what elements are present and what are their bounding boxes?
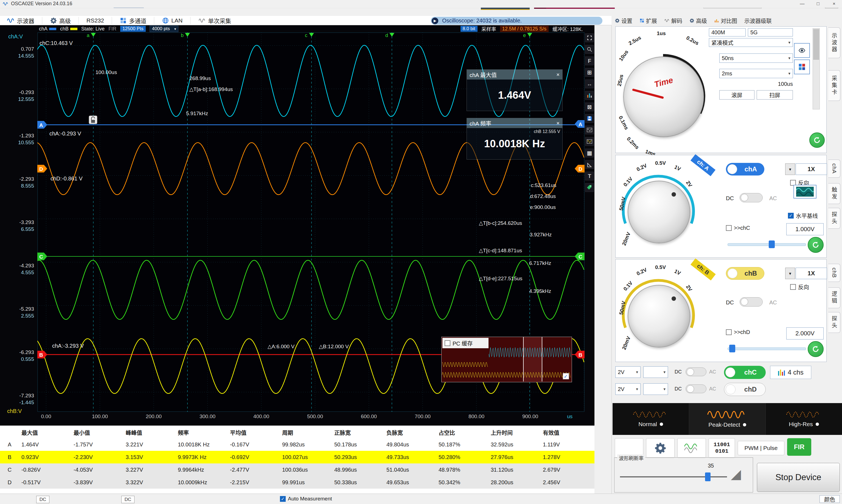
toolbar-rs232[interactable]: RS232: [84, 17, 106, 24]
refresh-slider-handle[interactable]: [705, 472, 710, 481]
chA-reset-button[interactable]: [808, 237, 824, 253]
acq-mode-normal[interactable]: Normal: [613, 403, 689, 435]
display-visibility-button[interactable]: [794, 43, 810, 58]
pc-cache-checkbox[interactable]: PC 缓存: [442, 338, 488, 348]
chA-link-chC-checkbox[interactable]: >>chC: [726, 225, 750, 231]
side-tab-probe-a[interactable]: 探头: [828, 208, 840, 229]
table-row-D[interactable]: D-0.517V-3.839V3.322V10.0009kHz-2.215V99…: [0, 476, 595, 489]
chA-enable-toggle[interactable]: chA: [726, 163, 764, 176]
chC-coupling-switch[interactable]: [686, 367, 706, 376]
chB-reset-button[interactable]: [808, 341, 824, 357]
chA-level-field[interactable]: 1.000V: [786, 223, 824, 235]
scroll-mode-button[interactable]: 滚屏: [719, 90, 754, 100]
chA-color-swatch-button[interactable]: [793, 185, 817, 199]
time-scrollbar[interactable]: [813, 28, 820, 109]
grid-close-tool-button[interactable]: ⊠: [585, 103, 594, 111]
toolbar-single-acquisition[interactable]: 单次采集: [196, 16, 233, 25]
chA-coupling-indicator[interactable]: DC: [36, 496, 49, 503]
sweep-mode-button[interactable]: 扫屏: [757, 90, 793, 100]
chA-legend[interactable]: chA: [39, 26, 56, 32]
measurement-overlay-max[interactable]: chA 最大值× 1.464V: [467, 69, 563, 111]
toolbar-multichannel[interactable]: 多通道: [118, 16, 149, 25]
ruler-tool-button[interactable]: ◺: [585, 160, 594, 169]
settings-tool-button[interactable]: [646, 438, 675, 458]
slider-handle[interactable]: [769, 240, 775, 248]
tag-tool-button[interactable]: [585, 183, 594, 192]
close-icon[interactable]: ×: [556, 72, 560, 78]
chA-baseline-checkbox[interactable]: 水平基线: [788, 212, 818, 220]
toolbar-lan[interactable]: LAN: [160, 17, 185, 24]
scrollbar-thumb[interactable]: [813, 29, 819, 60]
tab-extension[interactable]: 扩展: [639, 17, 657, 25]
table-row-A[interactable]: A1.464V-1.757V3.221V10.0018K Hz-0.167V99…: [0, 438, 595, 451]
points-select[interactable]: 4000 pts▾: [150, 25, 179, 32]
chB-level-field[interactable]: 2.000V: [786, 327, 824, 340]
chB-coupling-switch[interactable]: [740, 297, 763, 307]
trigger-unlock-handle[interactable]: [89, 116, 97, 124]
close-button[interactable]: ×: [826, 0, 842, 7]
chB-probe-ratio[interactable]: 1X: [796, 268, 827, 279]
auto-measurement-checkbox[interactable]: Auto Measurement: [280, 496, 332, 502]
layout-button[interactable]: [794, 59, 810, 74]
chB-link-chD-checkbox[interactable]: >>chD: [726, 329, 750, 335]
color-button[interactable]: 颜色: [820, 495, 840, 503]
fft-tool-button[interactable]: F: [585, 56, 594, 65]
text-label-tool-button[interactable]: T: [585, 172, 594, 180]
zoom-tool-button[interactable]: [585, 45, 594, 54]
chC-extra-select[interactable]: ▾: [643, 366, 668, 378]
chA-position-slider[interactable]: [727, 240, 806, 249]
chD-extra-select[interactable]: ▾: [643, 383, 668, 395]
side-tab-probe-b[interactable]: 探头: [828, 312, 840, 333]
histogram-tool-button[interactable]: [585, 91, 594, 100]
maximize-button[interactable]: □: [810, 0, 826, 7]
close-icon[interactable]: ×: [556, 120, 560, 126]
pc-cache-panel[interactable]: ✓ PC 缓存: [441, 337, 572, 382]
toolbar-oscilloscope[interactable]: 示波器: [4, 16, 36, 25]
side-tab-trigger[interactable]: 触发: [828, 183, 840, 204]
table-row-C[interactable]: C-0.826V-4.053V3.227V9.9964kHz-2.477V100…: [0, 464, 595, 476]
logic-decode-button[interactable]: 11001 0101: [709, 438, 735, 458]
probe-chevron-button[interactable]: ▾: [785, 268, 795, 279]
resolution-select[interactable]: 50ns▾: [719, 53, 793, 63]
display-mode-select[interactable]: 紧凑模式▾: [709, 38, 793, 47]
probe-chevron-button[interactable]: ▾: [785, 163, 795, 175]
pwm-pulse-button[interactable]: PWM | Pulse: [738, 441, 784, 455]
side-tab-chA[interactable]: chA: [828, 160, 840, 178]
chA-probe-ratio[interactable]: 1X: [796, 163, 827, 175]
tab-advanced[interactable]: 高级: [689, 17, 707, 25]
chB-gain-knob[interactable]: [628, 285, 690, 347]
chB-legend[interactable]: chB: [60, 26, 78, 32]
measurement-overlay-freq[interactable]: chA 频率× chB 12.555 V10.0018K Hz: [467, 118, 563, 160]
tab-settings[interactable]: 设置: [615, 17, 632, 25]
chB-enable-toggle[interactable]: chB: [726, 267, 764, 280]
chB-invert-checkbox[interactable]: 反向: [790, 283, 809, 291]
table-tool-button[interactable]: ▦: [585, 149, 594, 157]
save-tool-button[interactable]: [585, 114, 594, 123]
chC-enable-toggle[interactable]: chC: [724, 366, 766, 379]
chB-coupling-indicator[interactable]: DC: [121, 496, 135, 503]
table-row-B[interactable]: B0.923V-2.230V3.153V9.9973K Hz-0.692V100…: [0, 451, 595, 464]
acq-mode-high-res[interactable]: High-Res: [766, 403, 842, 435]
chD-enable-toggle[interactable]: chD: [724, 383, 766, 396]
slider-handle[interactable]: [729, 345, 735, 353]
fir-filter-button[interactable]: FIR: [787, 438, 811, 456]
timebase-knob[interactable]: Time: [623, 56, 704, 137]
side-tab-logic[interactable]: 逻辑: [828, 287, 840, 308]
chD-coupling-switch[interactable]: [686, 384, 706, 393]
chD-range-select[interactable]: 2V▾: [615, 383, 640, 395]
memory-depth-field[interactable]: 5G: [748, 28, 793, 36]
toolbar-advanced[interactable]: 高级: [48, 16, 73, 25]
refresh-slider-track[interactable]: [620, 476, 727, 478]
acq-mode-peak-detect[interactable]: Peak-Detect: [689, 403, 766, 435]
timebase-select[interactable]: 2ms▾: [719, 69, 793, 78]
waveform-ref-tool-button[interactable]: [585, 137, 594, 146]
chA-gain-knob[interactable]: [628, 181, 690, 243]
chC-range-select[interactable]: 2V▾: [615, 366, 640, 378]
expand-tool-button[interactable]: [585, 34, 594, 42]
side-tab-chB[interactable]: chB: [828, 264, 840, 282]
waveform-snapshot-tool-button[interactable]: [585, 126, 594, 134]
channel-count-indicator[interactable]: 4 chs: [770, 366, 811, 379]
timebase-reset-button[interactable]: [809, 132, 825, 148]
tab-decode[interactable]: 解码: [664, 17, 682, 25]
tab-compare[interactable]: 对比图: [714, 17, 737, 25]
